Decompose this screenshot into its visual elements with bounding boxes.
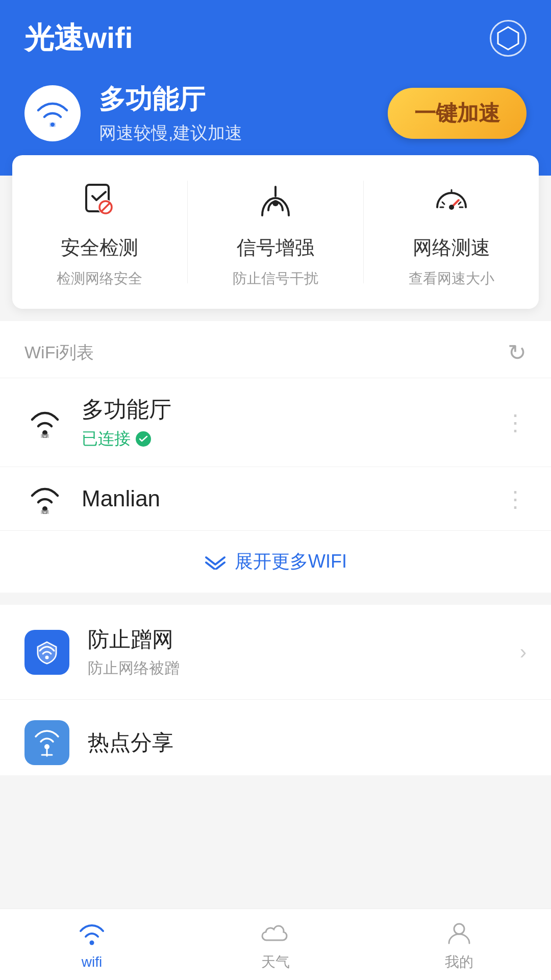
expand-more-button[interactable]: 展开更多WIFI — [0, 530, 551, 593]
anti-leech-desc: 防止网络被蹭 — [88, 658, 502, 679]
anti-leech-info: 防止蹭网 防止网络被蹭 — [88, 625, 502, 679]
features-section: 防止蹭网 防止网络被蹭 › 热点分享 — [0, 605, 551, 775]
wifi-list-section: WiFi列表 ↻ 多功能厅 已连接 ⋮ — [0, 321, 551, 593]
svg-point-18 — [454, 924, 464, 934]
speedtest-icon-wrapper — [426, 176, 477, 227]
nav-weather[interactable]: 天气 — [199, 918, 352, 972]
signal-icon-wrapper — [250, 176, 301, 227]
nav-profile[interactable]: 我的 — [383, 918, 536, 972]
nav-profile-label: 我的 — [445, 952, 473, 972]
wifi-item-1-info: Manlian — [82, 486, 488, 511]
wifi-signal-icon-0 — [24, 407, 65, 438]
feature-anti-leech[interactable]: 防止蹭网 防止网络被蹭 › — [0, 605, 551, 700]
tools-card: 安全检测 检测网络安全 信号增强 防止信号干扰 — [12, 155, 539, 309]
wifi-signal-icon-1 — [24, 483, 65, 514]
speedtest-icon — [431, 181, 472, 222]
wifi-item-1[interactable]: Manlian ⋮ — [0, 467, 551, 530]
feature-hotspot[interactable]: 热点分享 — [0, 700, 551, 775]
hotspot-icon — [24, 720, 69, 765]
banner-left: 多功能厅 网速较慢,建议加速 — [24, 82, 242, 145]
signal-desc: 防止信号干扰 — [233, 269, 318, 288]
refresh-button[interactable]: ↻ — [508, 339, 527, 365]
nav-wifi-icon — [77, 919, 107, 950]
wifi-item-0-info: 多功能厅 已连接 — [82, 395, 488, 450]
speedtest-desc: 查看网速大小 — [409, 269, 494, 288]
nav-wifi-label: wifi — [82, 954, 102, 970]
wifi-connected-status: 已连接 — [82, 428, 488, 450]
wifi-logo — [24, 85, 81, 141]
wifi-item-1-name: Manlian — [82, 486, 488, 511]
banner-text: 多功能厅 网速较慢,建议加速 — [99, 82, 242, 145]
wifi-list-title: WiFi列表 — [24, 341, 94, 364]
hexagon-icon — [495, 25, 521, 52]
hotspot-title: 热点分享 — [88, 728, 527, 757]
signal-icon — [255, 181, 296, 222]
svg-point-13 — [45, 655, 49, 659]
boost-button[interactable]: 一键加速 — [388, 88, 527, 139]
anti-leech-icon — [24, 630, 69, 675]
wifi-list-header: WiFi列表 ↻ — [0, 321, 551, 378]
svg-point-17 — [90, 940, 94, 945]
nav-wifi[interactable]: wifi — [15, 919, 168, 970]
signal-label: 信号增强 — [237, 235, 314, 261]
nav-profile-icon — [444, 918, 474, 948]
tool-security[interactable]: 安全检测 检测网络安全 — [33, 176, 166, 288]
wifi-item-0-more[interactable]: ⋮ — [504, 409, 527, 435]
wifi-item-0-name: 多功能厅 — [82, 395, 488, 425]
connected-dot — [136, 431, 151, 447]
nav-weather-icon — [260, 918, 291, 948]
bottom-nav: wifi 天气 我的 — [0, 909, 551, 980]
speedtest-label: 网络测速 — [413, 235, 490, 261]
app-title: 光速wifi — [24, 18, 133, 58]
hotspot-info: 热点分享 — [88, 728, 527, 757]
banner-wifi-name: 多功能厅 — [99, 82, 242, 117]
wifi-item-0[interactable]: 多功能厅 已连接 ⋮ — [0, 378, 551, 467]
security-label: 安全检测 — [61, 235, 138, 261]
security-icon-wrapper — [74, 176, 125, 227]
security-desc: 检测网络安全 — [57, 269, 142, 288]
tool-speedtest[interactable]: 网络测速 查看网速大小 — [385, 176, 518, 288]
banner-status: 网速较慢,建议加速 — [99, 121, 242, 145]
security-icon — [79, 181, 120, 222]
anti-leech-arrow: › — [520, 641, 527, 664]
svg-rect-0 — [49, 122, 56, 127]
divider-1 — [187, 181, 188, 283]
svg-point-8 — [449, 205, 454, 210]
divider-2 — [363, 181, 364, 283]
app-header: 光速wifi — [0, 0, 551, 66]
wifi-logo-icon — [34, 99, 71, 128]
settings-button[interactable] — [490, 20, 527, 57]
connected-label: 已连接 — [82, 428, 131, 450]
anti-leech-title: 防止蹭网 — [88, 625, 502, 654]
wifi-item-1-more[interactable]: ⋮ — [504, 486, 527, 512]
expand-text: 展开更多WIFI — [18, 549, 533, 574]
tool-signal[interactable]: 信号增强 防止信号干扰 — [209, 176, 342, 288]
nav-weather-label: 天气 — [261, 952, 290, 972]
